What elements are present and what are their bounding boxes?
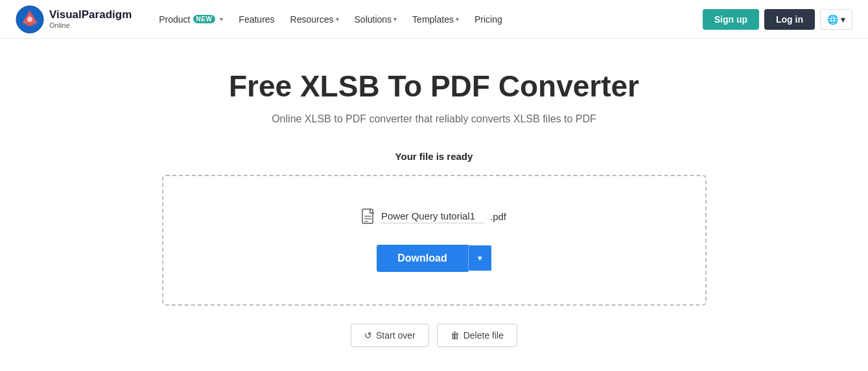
brand-logo-icon	[16, 5, 44, 34]
file-row: Power Query tutorial1 .pdf	[362, 208, 506, 225]
bottom-actions: ↺ Start over 🗑 Delete file	[351, 324, 517, 347]
refresh-icon: ↺	[364, 330, 372, 341]
nav-links: Product NEW ▾ Features Resources ▾ Solut…	[152, 10, 702, 28]
file-icon	[362, 208, 376, 225]
download-group: Download ▾	[377, 245, 491, 272]
delete-file-button[interactable]: 🗑 Delete file	[437, 324, 517, 347]
nav-resources-chevron: ▾	[336, 16, 339, 23]
brand-name: VisualParadigm	[49, 8, 132, 21]
page-title: Free XLSB To PDF Converter	[229, 70, 639, 103]
nav-resources-label: Resources	[290, 14, 334, 25]
nav-pricing-label: Pricing	[475, 14, 502, 25]
download-dropdown-button[interactable]: ▾	[469, 245, 491, 271]
brand-text: VisualParadigm Online	[49, 8, 132, 30]
file-ext: .pdf	[490, 211, 506, 222]
nav-features-label: Features	[239, 14, 274, 25]
lang-chevron-icon: ▾	[841, 14, 845, 25]
nav-product[interactable]: Product NEW ▾	[152, 10, 229, 28]
main-content: Free XLSB To PDF Converter Online XLSB t…	[0, 39, 868, 371]
globe-icon: 🌐	[827, 14, 838, 25]
nav-product-label: Product	[159, 14, 190, 25]
nav-pricing[interactable]: Pricing	[468, 10, 509, 28]
nav-solutions[interactable]: Solutions ▾	[348, 10, 404, 28]
trash-icon: 🗑	[451, 330, 460, 341]
download-button[interactable]: Download	[377, 245, 468, 272]
nav-product-badge: NEW	[193, 15, 216, 23]
nav-templates-label: Templates	[412, 14, 454, 25]
delete-file-label: Delete file	[463, 330, 504, 341]
nav-solutions-label: Solutions	[355, 14, 392, 25]
download-chevron-icon: ▾	[478, 253, 482, 263]
svg-point-4	[27, 17, 32, 22]
nav-features[interactable]: Features	[232, 10, 281, 28]
brand-logo-link[interactable]: VisualParadigm Online	[16, 5, 132, 34]
brand-sub: Online	[49, 21, 132, 30]
signup-button[interactable]: Sign up	[703, 9, 759, 30]
nav-templates[interactable]: Templates ▾	[406, 10, 465, 28]
drop-zone: Power Query tutorial1 .pdf Download ▾	[162, 175, 707, 306]
start-over-label: Start over	[376, 330, 416, 341]
navbar: VisualParadigm Online Product NEW ▾ Feat…	[0, 0, 868, 39]
nav-resources[interactable]: Resources ▾	[284, 10, 346, 28]
nav-templates-chevron: ▾	[456, 16, 459, 23]
start-over-button[interactable]: ↺ Start over	[351, 324, 429, 347]
ready-label: Your file is ready	[395, 151, 473, 162]
page-subtitle: Online XLSB to PDF converter that reliab…	[272, 113, 596, 125]
nav-solutions-chevron: ▾	[393, 16, 397, 23]
nav-actions: Sign up Log in 🌐 ▾	[703, 9, 852, 30]
nav-product-chevron: ▾	[220, 16, 223, 23]
file-name: Power Query tutorial1	[381, 210, 485, 223]
language-button[interactable]: 🌐 ▾	[820, 9, 852, 30]
login-button[interactable]: Log in	[764, 9, 815, 30]
